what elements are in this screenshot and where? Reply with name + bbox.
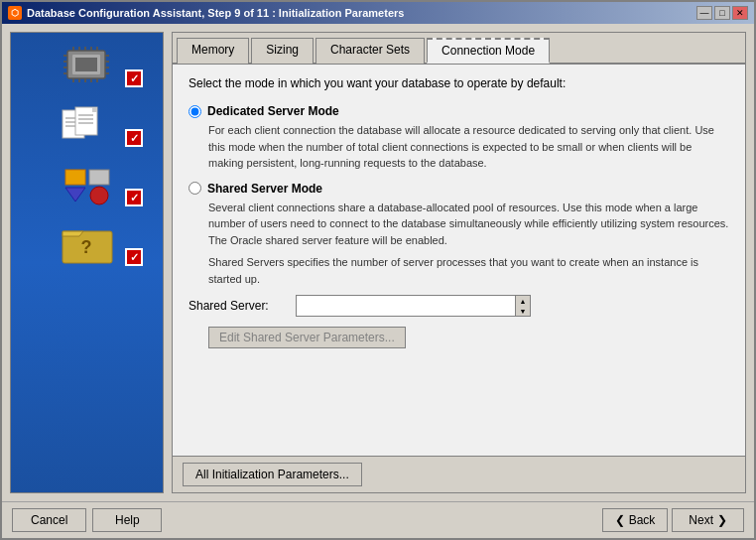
shared-server-option: Shared Server Mode Several client connec… [189,182,729,349]
spin-buttons: ▲ ▼ [515,296,530,316]
shared-desc1: Several client connections share a datab… [208,200,729,249]
shapes-icon-wrapper [58,162,117,206]
sizing-check-badge [125,129,143,147]
left-item-memory [16,43,158,87]
connmode-check-badge [125,248,143,266]
footer-left: Cancel Help [12,508,162,532]
docs-icon-wrapper [58,102,117,147]
title-controls: — □ ✕ [696,6,748,20]
next-label: Next [689,513,713,527]
shapes-icon [63,162,112,206]
description-text: Select the mode in which you want your d… [189,76,729,90]
close-button[interactable]: ✕ [732,6,748,20]
left-item-sizing [16,102,158,147]
docs-icon [58,102,117,147]
tabs-row: Memory Sizing Character Sets Connection … [173,33,745,65]
left-item-charset [16,162,158,206]
shared-radio-row: Shared Server Mode [189,182,729,196]
back-arrow-icon: ❮ [615,513,625,527]
svg-marker-27 [92,107,97,112]
back-button[interactable]: ❮ Back [602,508,669,532]
folder-icon-wrapper: ? [58,221,117,266]
cancel-button[interactable]: Cancel [12,508,86,532]
svg-text:?: ? [81,237,92,257]
svg-rect-2 [75,58,97,71]
dedicated-radio-row: Dedicated Server Mode [189,104,729,118]
title-bar: ⬡ Database Configuration Assistant, Step… [2,2,754,24]
edit-shared-button[interactable]: Edit Shared Server Parameters... [208,327,406,348]
bottom-bar: All Initialization Parameters... [173,456,745,492]
memory-check-badge [125,69,143,87]
left-item-connmode: ? [16,221,158,266]
shared-server-input-wrap: ▲ ▼ [296,295,531,317]
next-button[interactable]: Next ❯ [672,508,744,532]
dedicated-label[interactable]: Dedicated Server Mode [207,104,339,118]
app-icon: ⬡ [8,6,22,20]
shared-server-row: Shared Server: ▲ ▼ [189,295,729,317]
svg-rect-31 [65,170,85,185]
back-label: Back [629,513,656,527]
tab-character-sets[interactable]: Character Sets [315,38,425,64]
footer: Cancel Help ❮ Back Next ❯ [2,501,754,538]
maximize-button[interactable]: □ [714,6,730,20]
tab-memory[interactable]: Memory [177,38,249,64]
shared-label[interactable]: Shared Server Mode [207,182,322,196]
shared-server-input[interactable] [297,296,515,316]
svg-marker-33 [65,188,85,202]
tab-connection-mode[interactable]: Connection Mode [427,38,550,64]
tab-content: Select the mode in which you want your d… [173,65,745,456]
help-button[interactable]: Help [92,508,162,532]
chip-icon [60,46,114,85]
next-arrow-icon: ❯ [717,513,727,527]
shared-server-label: Shared Server: [189,299,288,313]
shared-desc2: Shared Servers specifies the number of s… [208,254,729,287]
dedicated-server-option: Dedicated Server Mode For each client co… [189,104,729,172]
svg-rect-32 [89,170,109,185]
spin-down-button[interactable]: ▼ [516,306,530,316]
all-init-params-button[interactable]: All Initialization Parameters... [183,463,362,486]
footer-right: ❮ Back Next ❯ [602,508,744,532]
svg-point-34 [90,187,108,204]
folder-icon: ? [60,221,114,266]
charset-check-badge [125,189,143,206]
left-panel: ? [10,32,164,493]
title-bar-left: ⬡ Database Configuration Assistant, Step… [8,6,404,20]
minimize-button[interactable]: — [696,6,712,20]
chip-icon-wrapper [58,43,117,87]
tab-sizing[interactable]: Sizing [251,38,314,64]
main-window: ⬡ Database Configuration Assistant, Step… [0,0,756,540]
spin-up-button[interactable]: ▲ [516,296,530,306]
dedicated-radio[interactable] [189,105,201,118]
right-panel: Memory Sizing Character Sets Connection … [172,32,746,493]
shared-radio[interactable] [189,182,201,195]
window-title: Database Configuration Assistant, Step 9… [27,7,404,19]
dedicated-desc: For each client connection the database … [208,122,729,172]
main-content: ? Memory Sizing Character Sets [2,24,754,501]
